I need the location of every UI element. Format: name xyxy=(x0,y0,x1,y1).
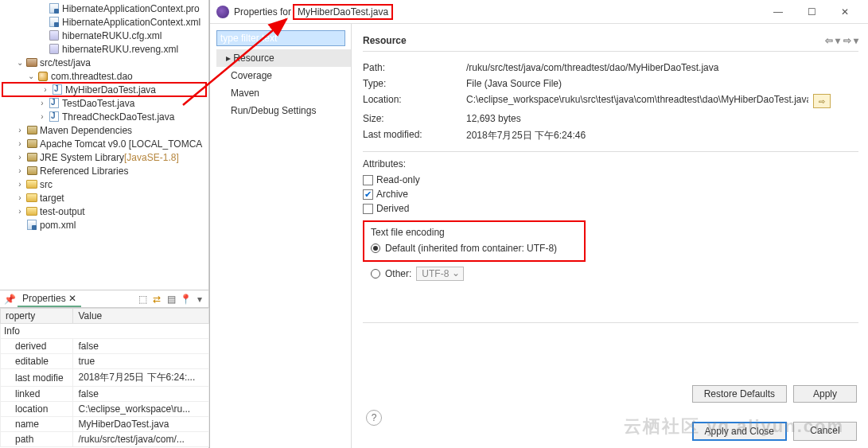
expand-twisty[interactable]: › xyxy=(37,112,48,121)
tree-item[interactable]: ›Apache Tomcat v9.0 [LOCAL_TOMCA xyxy=(0,137,208,150)
property-key: path xyxy=(1,432,73,447)
expand-twisty[interactable]: › xyxy=(40,85,51,94)
col-property[interactable]: roperty xyxy=(1,309,73,324)
tree-item-label: src xyxy=(40,179,53,190)
maximize-button[interactable]: ☐ xyxy=(795,1,828,23)
eclipse-icon xyxy=(216,6,229,18)
properties-dialog: Properties for MyHiberDaoTest.java — ☐ ✕… xyxy=(209,0,868,448)
lbl-location: Location: xyxy=(363,94,466,108)
folder-icon xyxy=(25,205,38,218)
tree-item-label: HibernateApplicationContext.xml xyxy=(62,17,200,28)
restore-defaults-button[interactable]: Restore Defaults xyxy=(692,385,787,403)
tree-item[interactable]: ⌄src/test/java xyxy=(0,56,208,69)
encoding-combo[interactable]: UTF-8 xyxy=(416,267,464,281)
tree-item[interactable]: HibernateApplicationContext.pro xyxy=(0,2,208,15)
section-title: Resource xyxy=(363,35,407,46)
categories-icon[interactable]: ⇄ xyxy=(150,293,163,306)
dialog-titlebar[interactable]: Properties for MyHiberDaoTest.java — ☐ ✕ xyxy=(210,0,868,24)
nav-arrows[interactable]: ⇦ ▾ ⇨ ▾ xyxy=(825,35,858,46)
expand-twisty[interactable]: › xyxy=(14,207,25,216)
filter-icon[interactable]: ▤ xyxy=(165,293,177,306)
tree-item-label: Referenced Libraries xyxy=(40,166,128,177)
chk-archive[interactable]: Archive xyxy=(363,187,858,201)
tree-item-label: src/test/java xyxy=(40,57,91,68)
expand-twisty[interactable]: ⌄ xyxy=(25,72,37,80)
expand-twisty[interactable]: › xyxy=(14,126,25,134)
chk-readonly[interactable]: Read-only xyxy=(363,173,858,187)
tree-item-label: com.threadtest.dao xyxy=(51,71,133,82)
properties-tab[interactable]: Properties ✕ xyxy=(18,291,81,307)
expand-twisty[interactable]: › xyxy=(14,139,25,148)
dialog-title-file: MyHiberDaoTest.java xyxy=(293,4,393,20)
help-button[interactable]: ? xyxy=(366,410,382,426)
expand-twisty[interactable]: › xyxy=(37,99,48,107)
nav-rundebug[interactable]: Run/Debug Settings xyxy=(216,102,351,119)
property-row[interactable]: linkedfalse xyxy=(1,387,209,402)
xml-icon xyxy=(48,16,60,29)
tree-item[interactable]: ⌄com.threadtest.dao xyxy=(0,69,208,83)
tree-item[interactable]: ›MyHiberDaoTest.java xyxy=(2,82,207,97)
project-tree[interactable]: HibernateApplicationContext.proHibernate… xyxy=(0,0,208,232)
folder br-icon xyxy=(25,56,38,69)
tree-item[interactable]: ›target xyxy=(0,191,208,205)
expand-twisty[interactable]: › xyxy=(14,153,25,162)
tree-item[interactable]: ›Maven Dependencies xyxy=(0,123,208,137)
property-value: 2018年7月25日 下午6:24:... xyxy=(73,369,209,387)
apply-button[interactable]: Apply xyxy=(793,385,857,403)
tree-item[interactable]: ›test-output xyxy=(0,205,208,218)
tree-item[interactable]: ›JRE System Library [JavaSE-1.8] xyxy=(0,150,208,164)
j-icon xyxy=(48,111,60,123)
tree-item-label: target xyxy=(40,193,64,204)
lib-icon xyxy=(25,138,38,150)
group-info[interactable]: Info xyxy=(1,324,209,339)
expand-twisty[interactable]: › xyxy=(14,166,25,175)
tree-item-label: test-output xyxy=(40,206,85,217)
property-row[interactable]: nameMyHiberDaoTest.java xyxy=(1,417,209,432)
property-value: MyHiberDaoTest.java xyxy=(73,417,209,432)
radio-other-encoding[interactable]: Other: UTF-8 xyxy=(371,265,858,282)
tree-item-label: hibernateRUKU.cfg.xml xyxy=(62,30,162,41)
show-in-explorer-button[interactable]: ⇨ xyxy=(813,94,831,108)
property-key: derived xyxy=(1,339,73,354)
encoding-group-label: Text file encoding xyxy=(371,227,578,241)
tree-mode-icon[interactable]: ⬚ xyxy=(136,293,149,306)
property-row[interactable]: path/ruku/src/test/java/com/... xyxy=(1,432,209,447)
expand-twisty[interactable]: › xyxy=(14,193,25,202)
tree-item[interactable]: ›Referenced Libraries xyxy=(0,164,208,177)
nav-maven[interactable]: Maven xyxy=(216,84,351,102)
property-key: linked xyxy=(1,387,73,402)
property-row[interactable]: locationC:\eclipse_workspace\ru... xyxy=(1,402,209,417)
nav-resource[interactable]: ▸ Resource xyxy=(216,49,351,67)
properties-view: 📌 Properties ✕ ⬚ ⇄ ▤ 📍 ▾ roperty Value I… xyxy=(0,290,209,448)
tree-item[interactable]: ›src xyxy=(0,177,208,191)
tree-item[interactable]: hibernateRUKU.cfg.xml xyxy=(0,29,208,42)
dialog-content: Resource ⇦ ▾ ⇨ ▾ Path:/ruku/src/test/jav… xyxy=(352,24,868,448)
tree-item[interactable]: hibernateRUKU.reveng.xml xyxy=(0,42,208,56)
tree-item-label: ThreadCheckDaoTest.java xyxy=(62,111,174,123)
folder-icon xyxy=(25,192,38,205)
property-row[interactable]: derivedfalse xyxy=(1,339,209,354)
file-icon xyxy=(48,43,60,56)
tree-item-label: hibernateRUKU.reveng.xml xyxy=(62,44,178,55)
property-row[interactable]: last modifie2018年7月25日 下午6:24:... xyxy=(1,369,209,387)
file-icon xyxy=(48,29,60,42)
expand-twisty[interactable]: › xyxy=(14,180,25,189)
tree-item[interactable]: pom.xml xyxy=(0,218,208,232)
nav-coverage[interactable]: Coverage xyxy=(216,67,351,84)
col-value[interactable]: Value xyxy=(73,309,209,324)
filter-input[interactable]: type filter text xyxy=(216,30,345,46)
tree-item-label: HibernateApplicationContext.pro xyxy=(62,3,200,14)
expand-twisty[interactable]: ⌄ xyxy=(14,58,25,67)
close-button[interactable]: ✕ xyxy=(828,1,862,23)
property-row[interactable]: editabletrue xyxy=(1,354,209,369)
tree-item[interactable]: HibernateApplicationContext.xml xyxy=(0,15,208,29)
radio-default-encoding[interactable]: Default (inherited from container: UTF-8… xyxy=(371,241,578,255)
chk-derived[interactable]: Derived xyxy=(363,201,858,216)
pin-prop-icon[interactable]: 📍 xyxy=(179,293,192,306)
minimize-button[interactable]: — xyxy=(761,1,795,23)
project-explorer: HibernateApplicationContext.proHibernate… xyxy=(0,0,209,448)
tree-item[interactable]: ›TestDaoTest.java xyxy=(0,96,208,110)
tree-item[interactable]: ›ThreadCheckDaoTest.java xyxy=(0,110,208,123)
menu-icon[interactable]: ▾ xyxy=(193,293,206,306)
lbl-path: Path: xyxy=(363,62,466,73)
